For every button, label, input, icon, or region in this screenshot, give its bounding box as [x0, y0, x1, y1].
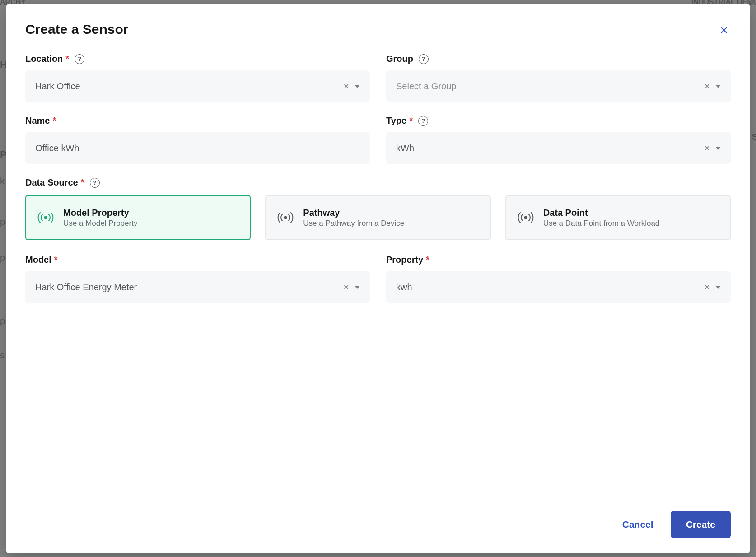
field-group: Group ? Select a Group ✕	[386, 54, 731, 102]
field-location: Location * ? Hark Office ✕	[25, 54, 370, 102]
ds-sub: Use a Pathway from a Device	[303, 219, 404, 228]
property-select[interactable]: kwh ✕	[386, 271, 731, 303]
data-source-options: Model Property Use a Model Property	[25, 195, 731, 240]
ds-option-pathway[interactable]: Pathway Use a Pathway from a Device	[265, 195, 490, 240]
chevron-down-icon[interactable]	[355, 85, 360, 88]
select-controls: ✕	[341, 81, 360, 92]
required-asterisk: *	[409, 116, 413, 126]
data-source-label-row: Data Source * ?	[25, 177, 731, 188]
type-value: kWh	[396, 143, 702, 153]
required-asterisk: *	[81, 177, 84, 188]
clear-icon[interactable]: ✕	[702, 81, 712, 92]
name-input-wrap	[25, 132, 370, 164]
ds-option-model-property[interactable]: Model Property Use a Model Property	[25, 195, 251, 240]
chevron-down-icon[interactable]	[715, 85, 721, 88]
model-select[interactable]: Hark Office Energy Meter ✕	[25, 271, 370, 303]
property-value: kwh	[396, 282, 702, 292]
ds-sub: Use a Data Point from a Workload	[543, 219, 660, 228]
required-asterisk: *	[426, 255, 429, 265]
type-label-row: Type * ?	[386, 116, 731, 126]
group-label-row: Group ?	[386, 54, 731, 64]
ds-option-data-point[interactable]: Data Point Use a Data Point from a Workl…	[505, 195, 731, 240]
property-label-row: Property *	[386, 255, 731, 265]
svg-point-2	[524, 216, 527, 219]
help-icon[interactable]: ?	[90, 178, 100, 188]
broadcast-icon	[516, 208, 535, 227]
name-label-row: Name *	[25, 116, 370, 126]
ds-text: Model Property Use a Model Property	[63, 208, 137, 228]
svg-point-1	[284, 216, 287, 219]
property-label: Property	[386, 255, 423, 265]
type-select[interactable]: kWh ✕	[386, 132, 731, 164]
clear-icon[interactable]: ✕	[702, 282, 712, 292]
help-icon[interactable]: ?	[418, 116, 428, 126]
help-icon[interactable]: ?	[75, 54, 84, 64]
field-model: Model * Hark Office Energy Meter ✕	[25, 255, 370, 303]
cancel-button[interactable]: Cancel	[619, 515, 657, 534]
close-icon	[719, 30, 729, 37]
close-button[interactable]	[717, 23, 731, 38]
broadcast-icon	[36, 208, 55, 227]
chevron-down-icon[interactable]	[355, 286, 360, 289]
row-model-property: Model * Hark Office Energy Meter ✕ Prope…	[25, 255, 731, 303]
model-value: Hark Office Energy Meter	[35, 282, 341, 292]
location-label-row: Location * ?	[25, 54, 370, 64]
ds-title: Data Point	[543, 208, 660, 218]
name-input[interactable]	[35, 132, 360, 164]
required-asterisk: *	[52, 116, 56, 126]
ds-text: Pathway Use a Pathway from a Device	[303, 208, 404, 228]
chevron-down-icon[interactable]	[715, 286, 721, 289]
modal-header: Create a Sensor	[25, 22, 731, 38]
row-name-type: Name * Type * ? kWh ✕	[25, 116, 731, 164]
field-type: Type * ? kWh ✕	[386, 116, 731, 164]
required-asterisk: *	[54, 255, 58, 265]
svg-point-0	[44, 216, 47, 219]
group-placeholder: Select a Group	[396, 81, 702, 92]
ds-title: Pathway	[303, 208, 404, 218]
chevron-down-icon[interactable]	[715, 147, 721, 150]
select-controls: ✕	[702, 143, 721, 153]
group-label: Group	[386, 54, 413, 64]
location-label: Location	[25, 54, 63, 64]
clear-icon[interactable]: ✕	[341, 282, 351, 292]
modal-title: Create a Sensor	[25, 22, 128, 37]
location-value: Hark Office	[35, 81, 341, 92]
help-icon[interactable]: ?	[419, 54, 429, 64]
select-controls: ✕	[702, 282, 721, 292]
row-location-group: Location * ? Hark Office ✕ Group ?	[25, 54, 731, 102]
select-controls: ✕	[341, 282, 360, 292]
create-button[interactable]: Create	[671, 511, 731, 538]
ds-title: Model Property	[63, 208, 137, 218]
required-asterisk: *	[65, 54, 69, 64]
select-controls: ✕	[702, 81, 721, 92]
form-body: Location * ? Hark Office ✕ Group ?	[25, 54, 731, 511]
ds-text: Data Point Use a Data Point from a Workl…	[543, 208, 660, 228]
create-sensor-modal: Create a Sensor Location * ? Hark Office…	[6, 4, 750, 553]
modal-footer: Cancel Create	[25, 511, 731, 538]
model-label: Model	[25, 255, 51, 265]
name-label: Name	[25, 116, 50, 126]
clear-icon[interactable]: ✕	[702, 143, 712, 153]
ds-sub: Use a Model Property	[63, 219, 137, 228]
field-name: Name *	[25, 116, 370, 164]
group-select[interactable]: Select a Group ✕	[386, 70, 731, 102]
broadcast-icon	[276, 208, 295, 227]
data-source-label: Data Source	[25, 177, 78, 188]
clear-icon[interactable]: ✕	[341, 81, 351, 92]
location-select[interactable]: Hark Office ✕	[25, 70, 370, 102]
type-label: Type	[386, 116, 406, 126]
model-label-row: Model *	[25, 255, 370, 265]
field-property: Property * kwh ✕	[386, 255, 731, 303]
